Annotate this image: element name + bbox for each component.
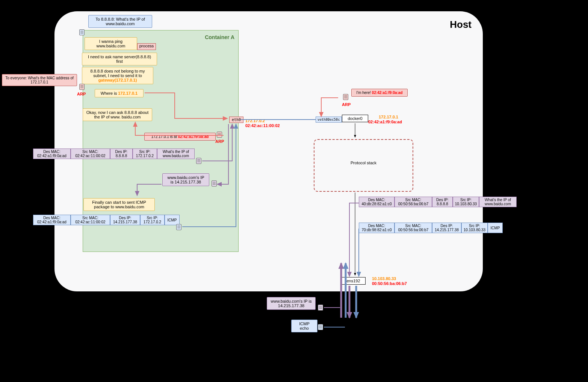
packet-icmp-2: Des MAC:70:db:98:82:a1:c0 Src MAC:00:50:… (359, 223, 503, 233)
ens192-ip: 10.103.80.33 (372, 276, 396, 281)
speech-finally: Finally can start to sent ICMP package t… (83, 198, 155, 211)
note-icon-arp3 (343, 94, 348, 100)
where-is-text: Where is (101, 91, 118, 96)
p4-srcip: Src IP:10.103.80.33 (461, 223, 488, 233)
note-icon-p2 (176, 224, 181, 230)
arp-label-3: ARP (342, 102, 351, 107)
container-a-title: Container A (205, 34, 234, 40)
note-icon-baidu1 (212, 180, 217, 186)
speech-baidu-ip-1: www.baidu.com's IP is 14.215.177.38 (162, 173, 209, 186)
speech-to-everyone: To everyone: What's the MAC address of 1… (2, 74, 77, 86)
speech-to-8888: To 8.8.8.8: What's the IP of www.baidu.c… (88, 15, 152, 28)
note-icon (79, 29, 85, 35)
p4-payload: ICMP (488, 223, 503, 233)
speech-icmp-echo: ICMP echo (291, 320, 317, 332)
speech-im-here: I'm here! 02:42:a1:f9:0a:ad (351, 89, 408, 97)
note-icon-baidu2 (318, 305, 323, 311)
speech-okay-ask: Okay, now I can ask 8.8.8.8 about the IP… (83, 108, 152, 121)
p4-desip: Des IP:14.215.177.38 (432, 223, 461, 233)
arp-label-2: ARP (215, 139, 224, 144)
p2-desip: Des IP:14.215.177.38 (110, 215, 140, 225)
note-icon-echo (318, 324, 323, 330)
packet-dns-2: Des MAC:40:db:28:82:a1:c0 Src MAC:00:50:… (359, 197, 517, 207)
p3-srcmac: Src MAC:00:50:56:ba:06:b7 (395, 197, 432, 207)
p3-srcip: Src IP:10.103.80.33 (453, 197, 479, 207)
speech-need-ask: I need to ask name server(8.8.8.8) first (82, 53, 157, 65)
host-title: Host (450, 19, 472, 30)
packet-icmp-1: Des MAC:02:42:a1:f9:0a:ad Src MAC:02:42:… (33, 215, 180, 225)
p1-srcmac: Src MAC:02:42:ac:11:00:02 (71, 149, 110, 159)
speech-wanna-ping: I wanna ping www.baidu.com (85, 37, 137, 50)
is-at-text: 172.17.0.1 is at (151, 135, 178, 139)
speech-not-subnet: 8.8.8.8 does not belong to my subnet, I … (82, 67, 153, 84)
packet-dns-1: Des MAC:02:42:a1:f9:0a:ad Src MAC:02:42:… (33, 149, 195, 159)
where-is-ip: 172.17.0.1 (118, 91, 138, 96)
protocol-label: Protocol stack (314, 161, 413, 165)
p3-payload: What's the IP of www.baidu.com (479, 197, 517, 207)
im-here-mac: 02:42:a1:f9:0a:ad (372, 91, 403, 95)
is-at-mac: 02:42:a1:f9:0a:ad (178, 135, 209, 139)
docker0-mac: 02:42:a1:f9:0a:ad (368, 120, 402, 124)
eth0-mac: 02:42:ac:11:00:02 (245, 123, 280, 128)
p2-payload: ICMP (165, 215, 180, 225)
speech-where-is: Where is 172.17.0.1 (95, 89, 144, 97)
note-icon-arp1 (79, 84, 85, 90)
p3-desip: Des IP:8.8.8.8 (432, 197, 453, 207)
docker0-ip: 172.17.0.1 (379, 115, 398, 119)
p4-desmac: Des MAC:70:db:98:82:a1:c0 (359, 223, 395, 233)
docker0-box: docker0 (342, 115, 368, 122)
note-icon-arp2 (217, 132, 222, 138)
process-box: process (137, 43, 156, 50)
p2-desmac: Des MAC:02:42:a1:f9:0a:ad (33, 215, 71, 225)
p1-desip: Des IP:8.8.8.8 (110, 149, 133, 159)
p1-payload: What's the IP of www.baidu.com (157, 149, 195, 159)
speech-not-subnet-text: 8.8.8.8 does not belong to my subnet, I … (91, 69, 145, 78)
p1-desmac: Des MAC:02:42:a1:f9:0a:ad (33, 149, 71, 159)
speech-is-at: 172.17.0.1 is at 02:42:a1:f9:0a:ad (144, 133, 216, 141)
eth0-box: eth0 (229, 117, 243, 123)
p4-srcmac: Src MAC:00:50:56:ba:06:b7 (395, 223, 432, 233)
ens192-mac: 00:50:56:ba:06:b7 (372, 281, 407, 286)
p3-desmac: Des MAC:40:db:28:82:a1:c0 (359, 197, 395, 207)
im-here-text: I'm here! (356, 91, 372, 95)
speech-gateway: gateway(172.17.0.1) (98, 78, 137, 82)
speech-baidu-ip-2: www.baidu.com's IP is 14.215.177.38 (267, 297, 316, 310)
p1-srcip: Src IP:172.17.0.2 (133, 149, 157, 159)
p2-srcmac: Src MAC:02:42:ac:11:00:02 (71, 215, 110, 225)
veth-box: veth80ec58c (316, 117, 342, 123)
arp-label-1: ARP (77, 92, 86, 96)
note-icon-p1 (196, 158, 201, 164)
p2-srcip: Src IP:172.17.0.2 (140, 215, 165, 225)
eth0-ip: 172.17.0.2 (245, 118, 265, 123)
protocol-stack: Protocol stack (314, 139, 413, 192)
ens192-box: ens192 (341, 277, 366, 285)
